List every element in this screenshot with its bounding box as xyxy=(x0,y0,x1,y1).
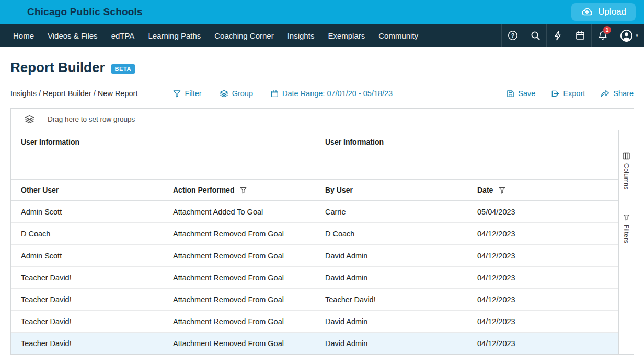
breadcrumb-separator: / xyxy=(37,89,43,98)
layers-icon xyxy=(25,115,34,124)
column-header-label: Other User xyxy=(21,186,59,194)
table-row[interactable]: Teacher David!Attachment Removed From Go… xyxy=(11,289,618,311)
upload-button-label: Upload xyxy=(598,7,626,17)
export-button[interactable]: Export xyxy=(551,89,585,98)
column-header-by-user[interactable]: By User xyxy=(315,180,467,200)
nav-item-learning-paths[interactable]: Learning Paths xyxy=(141,24,208,47)
table-cell: 05/04/2023 xyxy=(467,208,618,216)
cloud-upload-icon xyxy=(581,6,593,18)
help-button[interactable]: ? xyxy=(501,24,524,47)
breadcrumb-item-report-builder[interactable]: Report Builder xyxy=(43,89,91,98)
table-cell: 04/12/2023 xyxy=(467,339,618,348)
toolbar-middle: Filter Group xyxy=(173,89,393,98)
table-row[interactable]: Teacher David!Attachment Removed From Go… xyxy=(11,333,618,354)
group-header-row: User InformationUser Information xyxy=(11,130,618,180)
group-button[interactable]: Group xyxy=(220,89,253,98)
funnel-icon[interactable] xyxy=(240,187,247,194)
share-button-label: Share xyxy=(613,89,634,98)
grid-rows: Admin ScottAttachment Added To GoalCarri… xyxy=(11,201,618,354)
grid-main: User InformationUser Information Other U… xyxy=(11,130,618,354)
table-cell: Teacher David! xyxy=(11,317,163,326)
table-cell: 04/12/2023 xyxy=(467,274,618,282)
column-header-row: Other UserAction PerformedBy UserDate xyxy=(11,180,618,201)
table-cell: 04/12/2023 xyxy=(467,295,618,304)
table-cell: D Coach xyxy=(315,230,467,238)
lightning-icon xyxy=(554,31,562,41)
help-circle-icon: ? xyxy=(508,30,518,41)
main-content: Report Builder BETA Insights / Report Bu… xyxy=(0,47,644,355)
funnel-icon xyxy=(173,90,181,98)
group-header-cell xyxy=(467,130,618,179)
notifications-button[interactable]: 1 xyxy=(591,24,614,47)
nav-item-coaching-corner[interactable]: Coaching Corner xyxy=(208,24,280,47)
column-header-date[interactable]: Date xyxy=(467,180,618,200)
side-tab-label: Columns xyxy=(623,163,630,190)
date-range-label: Date Range: 07/01/20 - 05/18/23 xyxy=(282,89,393,98)
table-cell: David Admin xyxy=(315,339,467,348)
group-header-cell xyxy=(163,130,315,179)
export-icon xyxy=(551,90,559,98)
table-cell: Teacher David! xyxy=(315,295,467,304)
row-group-drop-zone[interactable]: Drag here to set row groups xyxy=(11,109,634,130)
chevron-down-icon: ▾ xyxy=(636,33,638,38)
table-cell: D Coach xyxy=(11,230,163,238)
avatar-icon xyxy=(620,29,633,42)
calendar-icon xyxy=(576,31,585,40)
nav-item-home[interactable]: Home xyxy=(6,24,41,47)
upload-button[interactable]: Upload xyxy=(571,3,636,21)
side-tab-filters[interactable]: Filters xyxy=(623,214,630,243)
table-row[interactable]: Admin ScottAttachment Removed From GoalD… xyxy=(11,245,618,267)
table-cell: Attachment Removed From Goal xyxy=(163,274,315,282)
columns-icon xyxy=(623,152,630,160)
table-cell: 04/12/2023 xyxy=(467,317,618,326)
table-row[interactable]: D CoachAttachment Removed From GoalD Coa… xyxy=(11,223,618,245)
search-button[interactable] xyxy=(524,24,546,47)
table-cell: Teacher David! xyxy=(11,295,163,304)
nav-item-exemplars[interactable]: Exemplars xyxy=(321,24,372,47)
export-button-label: Export xyxy=(563,89,585,98)
save-button[interactable]: Save xyxy=(507,89,535,98)
table-cell: Attachment Removed From Goal xyxy=(163,295,315,304)
table-cell: Attachment Removed From Goal xyxy=(163,317,315,326)
breadcrumb-item-insights[interactable]: Insights xyxy=(10,89,37,98)
layers-icon xyxy=(220,90,228,98)
table-cell: David Admin xyxy=(315,317,467,326)
account-menu-button[interactable]: ▾ xyxy=(614,24,644,47)
column-header-other-user[interactable]: Other User xyxy=(11,180,163,200)
table-cell: Admin Scott xyxy=(11,252,163,260)
table-cell: Attachment Removed From Goal xyxy=(163,252,315,260)
beta-badge: BETA xyxy=(111,64,136,74)
nav-item-community[interactable]: Community xyxy=(372,24,425,47)
table-cell: David Admin xyxy=(315,274,467,282)
svg-text:?: ? xyxy=(511,32,515,39)
date-range-button[interactable]: Date Range: 07/01/20 - 05/18/23 xyxy=(271,89,393,98)
nav-item-videos-files[interactable]: Videos & Files xyxy=(41,24,105,47)
filter-button[interactable]: Filter xyxy=(173,89,201,98)
nav-item-insights[interactable]: Insights xyxy=(281,24,321,47)
side-tab-columns[interactable]: Columns xyxy=(623,152,630,190)
save-button-label: Save xyxy=(518,89,535,98)
calendar-button[interactable] xyxy=(569,24,591,47)
table-cell: Attachment Removed From Goal xyxy=(163,339,315,348)
brand-title: Chicago Public Schools xyxy=(27,6,143,18)
drag-hint-label: Drag here to set row groups xyxy=(48,115,135,123)
breadcrumb-item-new-report: New Report xyxy=(98,89,138,98)
save-icon xyxy=(507,90,514,98)
table-row[interactable]: Teacher David!Attachment Removed From Go… xyxy=(11,311,618,333)
nav-item-edtpa[interactable]: edTPA xyxy=(105,24,142,47)
quick-actions-button[interactable] xyxy=(546,24,569,47)
search-icon xyxy=(531,31,540,41)
table-cell: Carrie xyxy=(315,208,467,216)
column-header-action-performed[interactable]: Action Performed xyxy=(163,180,315,200)
table-cell: David Admin xyxy=(315,252,467,260)
table-row[interactable]: Admin ScottAttachment Added To GoalCarri… xyxy=(11,201,618,223)
funnel-icon[interactable] xyxy=(499,187,505,194)
share-button[interactable]: Share xyxy=(601,89,634,98)
group-header-cell: User Information xyxy=(11,130,163,179)
nav-icons: ? xyxy=(501,24,644,47)
group-header-cell: User Information xyxy=(315,130,467,179)
table-cell: Attachment Added To Goal xyxy=(163,208,315,216)
table-cell: Teacher David! xyxy=(11,339,163,348)
group-button-label: Group xyxy=(232,89,253,98)
table-row[interactable]: Teacher David!Attachment Removed From Go… xyxy=(11,267,618,289)
